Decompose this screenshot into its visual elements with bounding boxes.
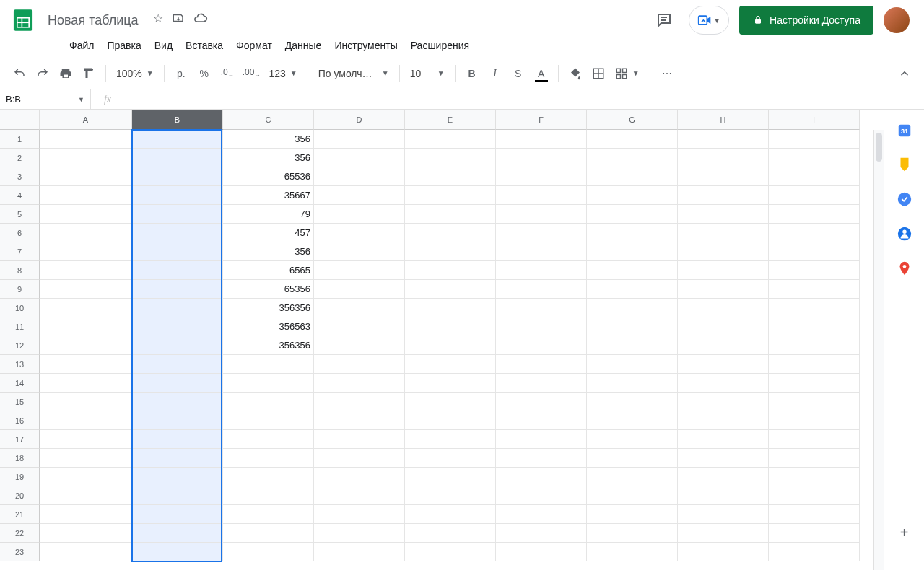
cell-I4[interactable]	[769, 186, 860, 205]
cell-F9[interactable]	[496, 280, 587, 299]
decrease-decimal-button[interactable]: .0←	[217, 63, 238, 84]
cell-C22[interactable]	[223, 524, 314, 543]
cell-D7[interactable]	[314, 242, 405, 261]
merge-button[interactable]: ▼	[611, 63, 644, 84]
cell-G14[interactable]	[587, 374, 678, 393]
cell-H17[interactable]	[678, 430, 769, 449]
cell-E17[interactable]	[405, 430, 496, 449]
row-header-11[interactable]: 11	[0, 317, 40, 336]
cell-H16[interactable]	[678, 411, 769, 430]
cell-E7[interactable]	[405, 242, 496, 261]
cell-A19[interactable]	[40, 468, 132, 486]
cell-D16[interactable]	[314, 411, 405, 430]
avatar[interactable]	[884, 7, 910, 33]
cell-H19[interactable]	[678, 468, 769, 486]
cell-B6[interactable]	[132, 224, 223, 242]
cell-E6[interactable]	[405, 224, 496, 242]
borders-button[interactable]	[588, 63, 609, 84]
cell-B13[interactable]	[132, 355, 223, 374]
cell-D2[interactable]	[314, 149, 405, 167]
cell-E21[interactable]	[405, 505, 496, 524]
cell-B17[interactable]	[132, 430, 223, 449]
cell-C5[interactable]: 79	[223, 205, 314, 224]
row-header-21[interactable]: 21	[0, 505, 40, 524]
fill-color-button[interactable]	[565, 63, 586, 84]
menu-инструменты[interactable]: Инструменты	[328, 37, 403, 54]
cell-E15[interactable]	[405, 393, 496, 411]
cloud-icon[interactable]	[193, 12, 208, 29]
cell-B5[interactable]	[132, 205, 223, 224]
cell-F21[interactable]	[496, 505, 587, 524]
cell-C19[interactable]	[223, 468, 314, 486]
cell-E20[interactable]	[405, 486, 496, 505]
cell-F16[interactable]	[496, 411, 587, 430]
star-icon[interactable]: ☆	[153, 12, 163, 29]
row-header-4[interactable]: 4	[0, 186, 40, 205]
cell-E18[interactable]	[405, 449, 496, 468]
cell-F19[interactable]	[496, 468, 587, 486]
cell-D9[interactable]	[314, 280, 405, 299]
cell-C12[interactable]: 356356	[223, 336, 314, 355]
row-header-7[interactable]: 7	[0, 242, 40, 261]
cell-A11[interactable]	[40, 317, 132, 336]
cell-G11[interactable]	[587, 317, 678, 336]
cell-H9[interactable]	[678, 280, 769, 299]
menu-файл[interactable]: Файл	[64, 37, 100, 54]
strikethrough-button[interactable]: S	[507, 63, 529, 84]
cell-H3[interactable]	[678, 167, 769, 186]
paint-format-icon[interactable]	[78, 63, 100, 84]
row-header-5[interactable]: 5	[0, 205, 40, 224]
cell-G12[interactable]	[587, 336, 678, 355]
row-header-16[interactable]: 16	[0, 411, 40, 430]
name-box[interactable]: B:B ▼	[0, 89, 91, 109]
column-header-D[interactable]: D	[314, 110, 405, 130]
cell-H5[interactable]	[678, 205, 769, 224]
cell-G5[interactable]	[587, 205, 678, 224]
cell-B7[interactable]	[132, 242, 223, 261]
cell-A17[interactable]	[40, 430, 132, 449]
column-header-B[interactable]: B	[132, 110, 223, 130]
cell-D19[interactable]	[314, 468, 405, 486]
cell-H7[interactable]	[678, 242, 769, 261]
cell-H6[interactable]	[678, 224, 769, 242]
cell-E19[interactable]	[405, 468, 496, 486]
cell-C15[interactable]	[223, 393, 314, 411]
cell-A16[interactable]	[40, 411, 132, 430]
cell-D22[interactable]	[314, 524, 405, 543]
menu-формат[interactable]: Формат	[230, 37, 278, 54]
cell-C16[interactable]	[223, 411, 314, 430]
menu-правка[interactable]: Правка	[101, 37, 147, 54]
cell-I8[interactable]	[769, 261, 860, 280]
cell-I20[interactable]	[769, 486, 860, 505]
select-all-corner[interactable]	[0, 110, 40, 130]
cell-C14[interactable]	[223, 374, 314, 393]
cell-I2[interactable]	[769, 149, 860, 167]
menu-данные[interactable]: Данные	[279, 37, 328, 54]
cell-F12[interactable]	[496, 336, 587, 355]
cell-I12[interactable]	[769, 336, 860, 355]
cell-B22[interactable]	[132, 524, 223, 543]
cell-A7[interactable]	[40, 242, 132, 261]
cell-B2[interactable]	[132, 149, 223, 167]
cell-B4[interactable]	[132, 186, 223, 205]
cell-D8[interactable]	[314, 261, 405, 280]
cell-B8[interactable]	[132, 261, 223, 280]
sheets-logo[interactable]	[9, 6, 38, 35]
cell-D21[interactable]	[314, 505, 405, 524]
cell-A13[interactable]	[40, 355, 132, 374]
cell-G8[interactable]	[587, 261, 678, 280]
cell-E12[interactable]	[405, 336, 496, 355]
cell-A4[interactable]	[40, 186, 132, 205]
cell-A1[interactable]	[40, 130, 132, 149]
cell-B1[interactable]	[132, 130, 223, 149]
row-header-2[interactable]: 2	[0, 149, 40, 167]
font-dropdown[interactable]: По умолча…▼	[314, 63, 393, 84]
row-header-9[interactable]: 9	[0, 280, 40, 299]
cell-G15[interactable]	[587, 393, 678, 411]
cell-E2[interactable]	[405, 149, 496, 167]
cell-C7[interactable]: 356	[223, 242, 314, 261]
cell-B3[interactable]	[132, 167, 223, 186]
cell-B10[interactable]	[132, 299, 223, 317]
cell-B18[interactable]	[132, 449, 223, 468]
cell-H14[interactable]	[678, 374, 769, 393]
